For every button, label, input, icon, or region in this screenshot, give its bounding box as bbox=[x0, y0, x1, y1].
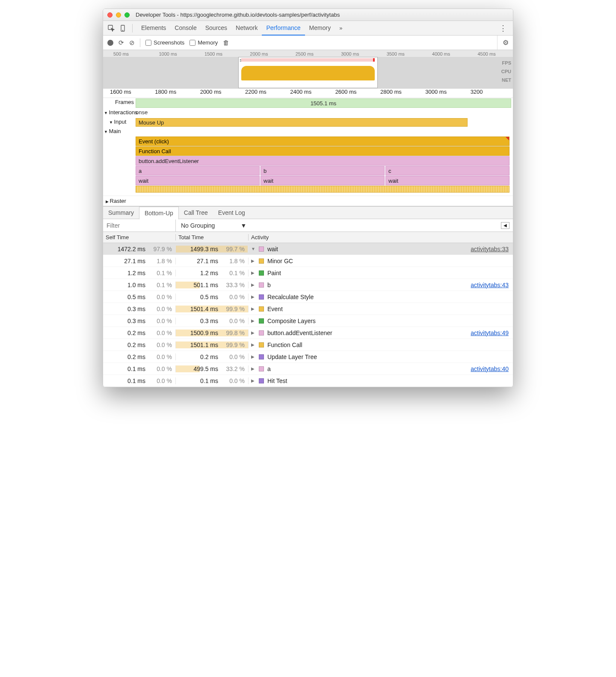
main-track-label[interactable]: Main bbox=[103, 127, 136, 137]
window-title: Developer Tools - https://googlechrome.g… bbox=[136, 12, 340, 18]
settings-gear-icon[interactable]: ⚙ bbox=[497, 36, 509, 50]
window-controls bbox=[107, 12, 130, 18]
source-link[interactable]: activitytabs:40 bbox=[471, 365, 509, 372]
table-row[interactable]: 0.5 ms0.0 %0.5 ms0.0 %▶ Recalculate Styl… bbox=[103, 291, 513, 303]
frame-duration: 1505.1 ms bbox=[311, 100, 337, 107]
minimize-window-button[interactable] bbox=[116, 12, 121, 18]
toggle-nav-button[interactable]: ◀ bbox=[501, 222, 509, 229]
timeline-ruler[interactable]: 1600 ms1800 ms2000 ms2200 ms2400 ms2600 … bbox=[103, 89, 513, 98]
col-self-time[interactable]: Self Time bbox=[103, 234, 176, 241]
expand-icon[interactable]: ▶ bbox=[251, 282, 255, 287]
col-total-time[interactable]: Total Time bbox=[176, 234, 249, 241]
record-button[interactable] bbox=[107, 40, 113, 46]
expand-icon[interactable]: ▶ bbox=[251, 354, 255, 359]
table-row[interactable]: 0.2 ms0.0 %1501.1 ms99.9 %▶ Function Cal… bbox=[103, 339, 513, 351]
device-toolbar-icon[interactable] bbox=[118, 24, 128, 33]
subtab-summary[interactable]: Summary bbox=[103, 207, 139, 219]
expand-icon[interactable]: ▶ bbox=[251, 270, 255, 275]
trash-icon[interactable]: 🗑 bbox=[223, 39, 229, 46]
expand-icon[interactable]: ▶ bbox=[251, 378, 255, 383]
tab-console[interactable]: Console bbox=[170, 21, 201, 36]
overview-lane-labels: FPS CPU NET bbox=[501, 59, 511, 84]
subtab-bottom-up[interactable]: Bottom-Up bbox=[139, 207, 179, 220]
filter-input[interactable] bbox=[103, 220, 176, 232]
close-window-button[interactable] bbox=[107, 12, 113, 18]
kebab-menu-icon[interactable]: ⋮ bbox=[497, 24, 509, 33]
cell-total-time: 0.1 ms0.0 % bbox=[176, 377, 249, 384]
stack-wait-2[interactable]: wait bbox=[261, 176, 385, 185]
cell-self-time: 0.5 ms0.0 % bbox=[103, 294, 176, 300]
tab-performance[interactable]: Performance bbox=[262, 21, 305, 36]
stack-b[interactable]: b bbox=[261, 166, 385, 175]
stack-event[interactable]: Event (click) bbox=[136, 137, 509, 146]
expand-icon[interactable]: ▼ bbox=[251, 246, 255, 251]
activity-name: Event bbox=[267, 306, 283, 312]
overview-dim-right bbox=[378, 57, 513, 88]
overview-fps-bar bbox=[241, 58, 375, 62]
tab-network[interactable]: Network bbox=[231, 21, 262, 36]
activity-name: Minor GC bbox=[267, 258, 293, 264]
table-row[interactable]: 1472.2 ms97.9 %1499.3 ms99.7 %▼ waitacti… bbox=[103, 243, 513, 255]
overview-pane[interactable]: 500 ms1000 ms1500 ms2000 ms2500 ms3000 m… bbox=[103, 50, 513, 89]
expand-icon[interactable]: ▶ bbox=[251, 258, 255, 263]
activity-name: Composite Layers bbox=[267, 318, 316, 324]
stack-a[interactable]: a bbox=[136, 166, 260, 175]
cell-total-time: 1.2 ms0.1 % bbox=[176, 270, 249, 276]
input-event-name: Mouse Up bbox=[139, 119, 164, 126]
subtab-event-log[interactable]: Event Log bbox=[213, 207, 250, 219]
expand-icon[interactable]: ▶ bbox=[251, 342, 255, 347]
frame-bar[interactable]: 1505.1 ms bbox=[136, 98, 511, 108]
stack-wait-1[interactable]: wait bbox=[136, 176, 260, 185]
input-track-label[interactable]: Input bbox=[103, 118, 136, 127]
table-row[interactable]: 0.2 ms0.0 %1500.9 ms99.8 %▶ button.addEv… bbox=[103, 327, 513, 339]
table-row[interactable]: 1.0 ms0.1 %501.1 ms33.3 %▶ bactivitytabs… bbox=[103, 279, 513, 291]
screenshots-checkbox-input[interactable] bbox=[145, 40, 151, 46]
cell-total-time: 499.5 ms33.2 % bbox=[176, 365, 249, 372]
main-tabs: ElementsConsoleSourcesNetworkPerformance… bbox=[137, 21, 335, 36]
frames-track-label[interactable]: Frames bbox=[103, 98, 136, 108]
activity-name: Paint bbox=[267, 270, 281, 276]
stack-function-call[interactable]: Function Call bbox=[136, 146, 509, 156]
expand-icon[interactable]: ▶ bbox=[251, 318, 255, 323]
expand-icon[interactable]: ▶ bbox=[251, 294, 255, 299]
reload-icon[interactable]: ⟳ bbox=[118, 39, 124, 47]
expand-icon[interactable]: ▶ bbox=[251, 306, 255, 311]
source-link[interactable]: activitytabs:33 bbox=[471, 246, 509, 252]
tab-memory[interactable]: Memory bbox=[305, 21, 335, 36]
overview-selection[interactable]: s bbox=[238, 57, 378, 88]
screenshots-checkbox[interactable]: Screenshots bbox=[145, 39, 184, 46]
table-row[interactable]: 0.3 ms0.0 %0.3 ms0.0 %▶ Composite Layers bbox=[103, 315, 513, 327]
subtab-call-tree[interactable]: Call Tree bbox=[179, 207, 213, 219]
category-swatch bbox=[259, 258, 264, 264]
memory-checkbox[interactable]: Memory bbox=[190, 39, 218, 46]
memory-checkbox-input[interactable] bbox=[190, 40, 195, 46]
cell-self-time: 1472.2 ms97.9 % bbox=[103, 246, 176, 252]
inspect-element-icon[interactable] bbox=[107, 24, 116, 33]
expand-icon[interactable]: ▶ bbox=[251, 366, 255, 371]
table-row[interactable]: 0.1 ms0.0 %499.5 ms33.2 %▶ aactivitytabs… bbox=[103, 363, 513, 375]
stack-listener[interactable]: button.addEventListener bbox=[136, 156, 509, 166]
stack-aggregate[interactable] bbox=[136, 186, 509, 193]
col-activity[interactable]: Activity bbox=[249, 234, 513, 241]
tab-sources[interactable]: Sources bbox=[201, 21, 231, 36]
main-call-stack[interactable]: Event (click) Function Call button.addEv… bbox=[103, 137, 513, 195]
more-tabs-button[interactable]: » bbox=[339, 25, 342, 31]
raster-track-label[interactable]: ▶ Raster bbox=[103, 196, 129, 206]
grouping-select[interactable]: No Grouping ▼ bbox=[176, 222, 252, 229]
expand-icon[interactable]: ▶ bbox=[251, 330, 255, 335]
source-link[interactable]: activitytabs:49 bbox=[471, 330, 509, 336]
input-event-bar[interactable]: Mouse Up bbox=[136, 118, 468, 127]
ruler-tick: 3200 bbox=[468, 89, 513, 98]
table-row[interactable]: 0.1 ms0.0 %0.1 ms0.0 %▶ Hit Test bbox=[103, 375, 513, 387]
table-row[interactable]: 1.2 ms0.1 %1.2 ms0.1 %▶ Paint bbox=[103, 267, 513, 279]
table-row[interactable]: 0.3 ms0.0 %1501.4 ms99.9 %▶ Event bbox=[103, 303, 513, 315]
zoom-window-button[interactable] bbox=[124, 12, 130, 18]
flame-chart[interactable]: Frames 1505.1 ms Interactions onse Input… bbox=[103, 98, 513, 206]
source-link[interactable]: activitytabs:43 bbox=[471, 282, 509, 288]
stack-c[interactable]: c bbox=[385, 166, 509, 175]
stack-wait-3[interactable]: wait bbox=[385, 176, 509, 185]
clear-icon[interactable]: ⊘ bbox=[129, 39, 135, 47]
tab-elements[interactable]: Elements bbox=[137, 21, 170, 36]
table-row[interactable]: 0.2 ms0.0 %0.2 ms0.0 %▶ Update Layer Tre… bbox=[103, 351, 513, 363]
table-row[interactable]: 27.1 ms1.8 %27.1 ms1.8 %▶ Minor GC bbox=[103, 255, 513, 267]
